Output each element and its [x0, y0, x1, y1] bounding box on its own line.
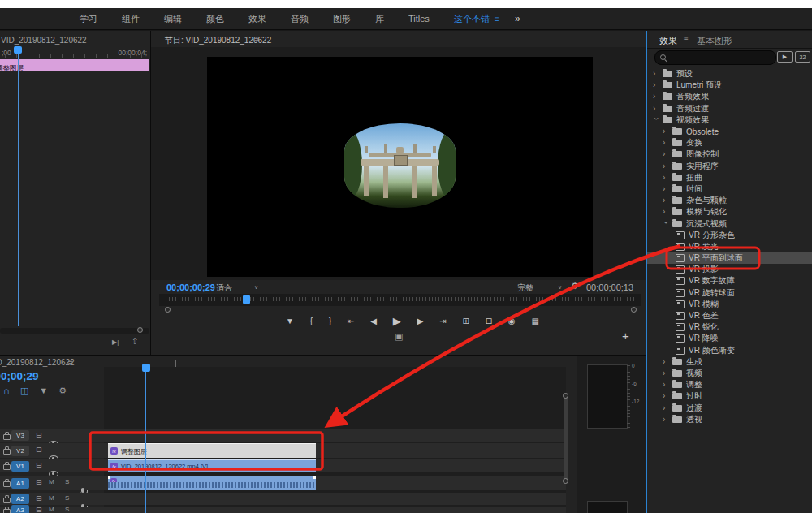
- step-back-icon[interactable]: ◀: [370, 317, 377, 325]
- folder-item-透视[interactable]: ›透视: [646, 414, 812, 425]
- expand-icon[interactable]: ›: [663, 162, 668, 170]
- expand-icon[interactable]: ›: [663, 196, 668, 205]
- mute-button[interactable]: M: [49, 478, 54, 485]
- play-icon[interactable]: ▶: [393, 315, 401, 327]
- expand-icon[interactable]: ›: [663, 208, 668, 216]
- tab-effects[interactable]: 效果: [659, 35, 677, 50]
- video-clip[interactable]: fx VID_20190812_120622.mp4 [V]: [108, 459, 316, 472]
- collapse-icon[interactable]: ›: [662, 221, 670, 226]
- lock-icon[interactable]: [3, 509, 11, 513]
- track-lane-V3[interactable]: [104, 429, 566, 442]
- adjustment-layer-clip[interactable]: fx 调整图层: [108, 443, 316, 458]
- track-lane-A2[interactable]: [104, 493, 566, 505]
- playhead-line[interactable]: [18, 47, 19, 326]
- folder-item-沉浸式视频[interactable]: ›沉浸式视频: [646, 218, 812, 229]
- effect-item-VR 数字故障[interactable]: VR 数字故障: [646, 275, 812, 287]
- folder-item-生成[interactable]: ›生成: [646, 356, 812, 368]
- effect-item-VR 平面到球面[interactable]: VR 平面到球面: [646, 252, 812, 264]
- 32bit-color-badge[interactable]: 32: [795, 51, 810, 63]
- extract-icon[interactable]: ⊟: [486, 317, 492, 325]
- expand-icon[interactable]: ›: [653, 70, 659, 78]
- folder-item-视频效果[interactable]: ›视频效果: [646, 114, 812, 126]
- folder-item-音频效果[interactable]: ›音频效果: [646, 91, 812, 102]
- go-to-in-icon[interactable]: ⇤: [348, 317, 354, 325]
- track-lane-A3[interactable]: [104, 507, 566, 513]
- workspace-tab-颜色[interactable]: 颜色: [194, 13, 236, 25]
- export-frame-icon[interactable]: ⇧: [132, 337, 138, 346]
- expand-icon[interactable]: ›: [663, 127, 668, 136]
- expand-icon[interactable]: ›: [663, 381, 668, 389]
- folder-item-扭曲[interactable]: ›扭曲: [646, 172, 812, 183]
- timeline-playhead-marker[interactable]: [142, 364, 150, 372]
- folder-item-图像控制[interactable]: ›图像控制: [646, 149, 812, 160]
- program-scrub-ruler[interactable]: [159, 294, 641, 306]
- zoom-level-select[interactable]: 适合: [216, 282, 232, 294]
- effect-item-VR 降噪[interactable]: VR 降噪: [646, 333, 812, 344]
- effect-item-VR 分形杂色[interactable]: VR 分形杂色: [646, 230, 812, 241]
- vertical-scrollbar[interactable]: [564, 396, 568, 482]
- workspace-tab-音频[interactable]: 音频: [279, 13, 321, 25]
- play-in-to-out-icon[interactable]: ▶|: [112, 338, 119, 346]
- add-marker-icon[interactable]: ▼: [39, 386, 48, 395]
- scrollbar-handle[interactable]: [137, 327, 143, 333]
- expand-icon[interactable]: ›: [663, 392, 668, 400]
- expand-icon[interactable]: ›: [663, 358, 668, 366]
- track-target-button-V2[interactable]: V2: [11, 446, 29, 456]
- workspace-menu-icon[interactable]: ≡: [495, 15, 499, 24]
- lock-icon[interactable]: [3, 464, 11, 470]
- chevron-down-icon[interactable]: ∨: [254, 284, 258, 291]
- effect-item-VR 色差[interactable]: VR 色差: [646, 310, 812, 321]
- scrollbar-handle-bottom[interactable]: [563, 478, 568, 484]
- folder-item-过渡[interactable]: ›过渡: [646, 402, 812, 413]
- folder-item-杂色与颗粒[interactable]: ›杂色与颗粒: [646, 195, 812, 206]
- sync-lock-icon[interactable]: ⊟: [36, 446, 42, 454]
- folder-item-预设[interactable]: ›预设: [646, 68, 812, 80]
- playhead-marker[interactable]: [14, 46, 22, 54]
- effect-item-VR 模糊[interactable]: VR 模糊: [646, 299, 812, 310]
- folder-item-Lumetri 预设[interactable]: ›Lumetri 预设: [646, 80, 812, 91]
- workspace-tab-图形[interactable]: 图形: [321, 13, 363, 25]
- track-target-button-A3[interactable]: A3: [11, 505, 29, 513]
- timeline-playhead-line[interactable]: [145, 364, 146, 513]
- sync-lock-icon[interactable]: ⊟: [36, 478, 42, 486]
- folder-item-过时[interactable]: ›过时: [646, 390, 812, 402]
- panel-menu-icon[interactable]: ≡: [254, 34, 259, 43]
- button-editor-add-button[interactable]: +: [622, 329, 629, 343]
- lock-icon[interactable]: [3, 481, 11, 487]
- folder-item-变换[interactable]: ›变换: [646, 137, 812, 149]
- expand-icon[interactable]: ›: [663, 185, 668, 193]
- lift-icon[interactable]: ⊞: [462, 317, 469, 325]
- workspace-tab-Titles[interactable]: Titles: [396, 14, 442, 24]
- workspace-tab-库[interactable]: 库: [363, 13, 396, 25]
- folder-item-实用程序[interactable]: ›实用程序: [646, 161, 812, 172]
- workspace-tab-效果[interactable]: 效果: [236, 13, 279, 25]
- expand-icon[interactable]: ›: [653, 81, 659, 89]
- timeline-timecode-box[interactable]: 00;00;00;29: [0, 369, 63, 383]
- audio-clip[interactable]: fx: [108, 476, 316, 490]
- scrub-zoom-handle-left[interactable]: [165, 307, 171, 313]
- solo-button[interactable]: S: [65, 506, 69, 513]
- step-forward-icon[interactable]: ▶: [417, 317, 424, 325]
- effect-item-VR 发光[interactable]: VR 发光: [646, 241, 812, 252]
- add-marker-icon[interactable]: ▼: [286, 317, 294, 325]
- snap-icon[interactable]: ∩: [3, 386, 10, 395]
- track-target-button-A2[interactable]: A2: [11, 494, 29, 504]
- folder-item-Obsolete[interactable]: ›Obsolete: [646, 126, 812, 137]
- mark-out-icon[interactable]: }: [329, 317, 331, 325]
- folder-item-调整[interactable]: ›调整: [646, 379, 812, 390]
- linked-selection-icon[interactable]: ◫: [20, 386, 28, 396]
- lock-icon[interactable]: [3, 498, 11, 503]
- effect-item-VR 投影[interactable]: VR 投影: [646, 264, 812, 275]
- sync-lock-icon[interactable]: ⊟: [36, 461, 42, 469]
- expand-icon[interactable]: ›: [663, 404, 668, 412]
- fade-handle[interactable]: [108, 476, 110, 479]
- folder-item-视频[interactable]: ›视频: [646, 368, 812, 379]
- playback-quality-select[interactable]: 完整: [517, 282, 533, 294]
- proxy-toggle-button[interactable]: ▣: [395, 331, 403, 342]
- folder-item-时间[interactable]: ›时间: [646, 183, 812, 195]
- comparison-view-icon[interactable]: ▦: [531, 317, 538, 325]
- folder-item-音频过渡[interactable]: ›音频过渡: [646, 103, 812, 114]
- folder-item-模糊与锐化[interactable]: ›模糊与锐化: [646, 206, 812, 218]
- go-to-out-icon[interactable]: ⇥: [439, 317, 446, 325]
- workspace-tab-这个不错[interactable]: 这个不错≡: [442, 13, 512, 25]
